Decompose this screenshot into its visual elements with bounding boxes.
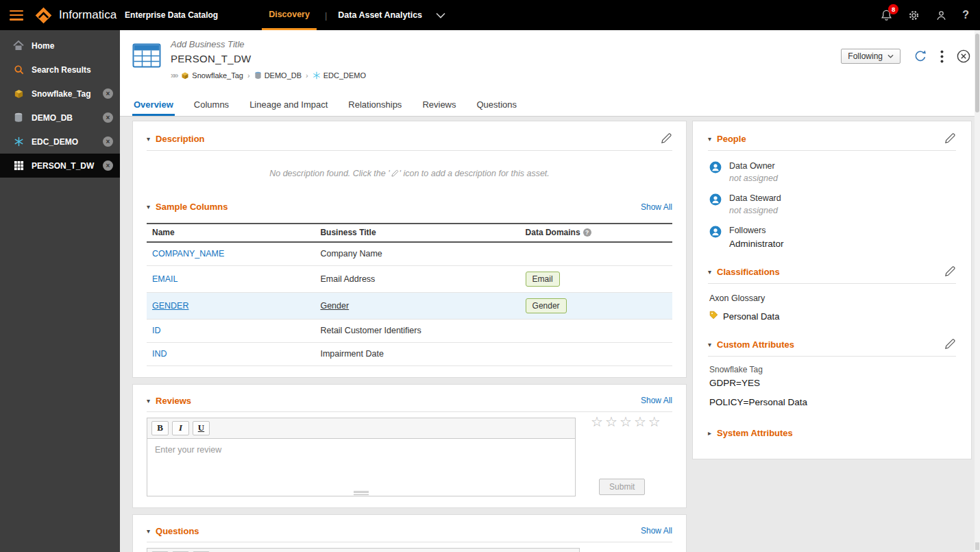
classifications-section-title[interactable]: Classifications xyxy=(717,267,780,277)
database-icon xyxy=(12,112,25,123)
person-avatar-icon xyxy=(709,226,722,249)
following-label: Following xyxy=(848,51,883,61)
resize-grip-icon[interactable] xyxy=(354,491,369,495)
close-asset-icon[interactable] xyxy=(957,49,970,63)
close-icon[interactable]: × xyxy=(103,136,113,147)
questions-section-title[interactable]: Questions xyxy=(156,526,199,536)
breadcrumb-item-demo-db[interactable]: DEMO_DB xyxy=(254,71,302,80)
search-icon xyxy=(12,64,25,75)
hamburger-menu-icon[interactable] xyxy=(10,10,23,21)
notifications-bell-icon[interactable]: 8 xyxy=(880,9,893,22)
edit-people-pencil-icon[interactable] xyxy=(944,132,956,145)
close-icon[interactable]: × xyxy=(103,160,113,171)
informatica-logo-icon xyxy=(34,6,53,25)
tab-questions[interactable]: Questions xyxy=(476,95,519,116)
tab-reviews[interactable]: Reviews xyxy=(421,95,457,116)
star-icon[interactable]: ☆ xyxy=(634,415,646,429)
sidebar-item-search-results[interactable]: Search Results xyxy=(0,58,120,82)
sample-columns-section-title[interactable]: Sample Columns xyxy=(156,202,228,212)
edit-custom-attributes-pencil-icon[interactable] xyxy=(944,338,956,350)
collapse-triangle-icon[interactable]: ▾ xyxy=(147,203,150,211)
column-link[interactable]: EMAIL xyxy=(152,274,178,284)
star-icon[interactable]: ☆ xyxy=(605,415,617,429)
column-link[interactable]: COMPANY_NAME xyxy=(152,249,224,259)
italic-button[interactable]: I xyxy=(172,421,189,435)
collapse-triangle-icon[interactable]: ▾ xyxy=(708,268,711,276)
collapse-triangle-icon[interactable]: ▾ xyxy=(708,135,711,143)
star-icon[interactable]: ☆ xyxy=(620,415,632,429)
close-icon[interactable]: × xyxy=(103,112,113,123)
edit-classifications-pencil-icon[interactable] xyxy=(944,265,956,278)
person-avatar-icon xyxy=(709,193,722,215)
notification-count-badge: 8 xyxy=(888,4,898,14)
breadcrumb-item-snowflake-tag[interactable]: Snowflake_Tag xyxy=(181,71,243,80)
help-icon[interactable]: ? xyxy=(962,9,969,21)
submit-review-button[interactable]: Submit xyxy=(599,479,645,495)
person-role: Data Owner xyxy=(729,161,778,171)
sidebar-item-demo-db[interactable]: DEMO_DB × xyxy=(0,106,120,130)
star-icon[interactable]: ☆ xyxy=(591,415,603,429)
star-icon[interactable]: ☆ xyxy=(648,415,661,429)
collapse-triangle-icon[interactable]: ▾ xyxy=(147,527,150,535)
close-icon[interactable]: × xyxy=(103,88,113,99)
data-domain-badge[interactable]: Email xyxy=(526,272,560,287)
scrollbar-thumb[interactable] xyxy=(975,34,979,112)
questions-card: ▾ Questions Show All B I U xyxy=(132,514,687,552)
add-business-title-field[interactable]: Add Business Title xyxy=(171,39,366,49)
questions-show-all-link[interactable]: Show All xyxy=(641,526,672,536)
expand-triangle-icon[interactable]: ▸ xyxy=(708,429,711,437)
sidebar-item-home[interactable]: Home xyxy=(0,34,120,58)
nav-data-asset-analytics[interactable]: Data Asset Analytics xyxy=(335,0,425,30)
description-section-title[interactable]: Description xyxy=(156,134,205,144)
collapse-triangle-icon[interactable]: ▾ xyxy=(147,397,150,405)
breadcrumb-item-edc-demo[interactable]: EDC_DEMO xyxy=(313,71,366,80)
sidebar-item-label: DEMO_DB xyxy=(32,113,73,123)
reviews-card: ▾ Reviews Show All B I U Enter your re xyxy=(132,384,687,508)
custom-attribute-value: GDPR=YES xyxy=(709,378,956,388)
user-account-icon[interactable] xyxy=(935,9,948,22)
settings-gear-icon[interactable] xyxy=(907,9,920,22)
review-rating-block: ☆☆☆☆☆ Submit xyxy=(591,418,672,495)
data-domain-cell: Gender xyxy=(520,292,672,319)
sidebar-item-snowflake-tag[interactable]: Snowflake_Tag × xyxy=(0,82,120,106)
breadcrumb-label: EDC_DEMO xyxy=(323,71,366,80)
tab-lineage-and-impact[interactable]: Lineage and Impact xyxy=(248,95,329,116)
people-section-title[interactable]: People xyxy=(717,134,746,144)
review-input[interactable]: Enter your review xyxy=(147,438,576,496)
column-link[interactable]: ID xyxy=(152,326,161,335)
sidebar-item-person-t-dw[interactable]: PERSON_T_DW × xyxy=(0,154,120,178)
breadcrumb-label: DEMO_DB xyxy=(265,71,302,80)
business-title-cell: Retail Customer Identifiers xyxy=(315,319,519,342)
collapse-triangle-icon[interactable]: ▾ xyxy=(708,341,711,348)
sample-columns-show-all-link[interactable]: Show All xyxy=(641,202,672,212)
system-attributes-section-title[interactable]: System Attributes xyxy=(717,428,793,438)
sidebar-item-label: EDC_DEMO xyxy=(32,137,78,147)
underline-button[interactable]: U xyxy=(193,421,210,435)
table-row: IND Impairment Date xyxy=(147,342,672,365)
following-button[interactable]: Following xyxy=(841,49,901,64)
reviews-section-title[interactable]: Reviews xyxy=(156,396,191,406)
reviews-show-all-link[interactable]: Show All xyxy=(641,396,672,405)
custom-attributes-section-title[interactable]: Custom Attributes xyxy=(717,339,794,350)
overview-content: ▾ Description No description found. Clic… xyxy=(120,117,980,552)
snowflake-icon xyxy=(313,71,321,80)
refresh-icon[interactable] xyxy=(914,49,927,63)
data-domain-badge[interactable]: Gender xyxy=(526,298,567,313)
nav-discovery[interactable]: Discovery xyxy=(262,0,317,30)
nav-chevron-down-icon[interactable] xyxy=(436,0,445,30)
classification-item-link[interactable]: Personal Data xyxy=(723,311,779,322)
business-title-cell: Impairment Date xyxy=(315,342,519,365)
collapse-triangle-icon[interactable]: ▾ xyxy=(147,135,150,143)
data-domains-help-icon[interactable]: ? xyxy=(583,228,591,237)
column-link[interactable]: IND xyxy=(152,349,167,359)
tab-overview[interactable]: Overview xyxy=(132,95,175,116)
edit-description-pencil-icon[interactable] xyxy=(660,132,672,145)
column-link[interactable]: GENDER xyxy=(152,301,188,311)
more-options-kebab-icon[interactable] xyxy=(940,50,944,63)
pencil-icon xyxy=(391,169,399,180)
tab-relationships[interactable]: Relationships xyxy=(347,95,403,116)
sidebar-item-edc-demo[interactable]: EDC_DEMO × xyxy=(0,130,120,154)
tab-columns[interactable]: Columns xyxy=(193,95,230,116)
bold-button[interactable]: B xyxy=(151,421,169,435)
page-scrollbar[interactable] xyxy=(975,30,980,552)
